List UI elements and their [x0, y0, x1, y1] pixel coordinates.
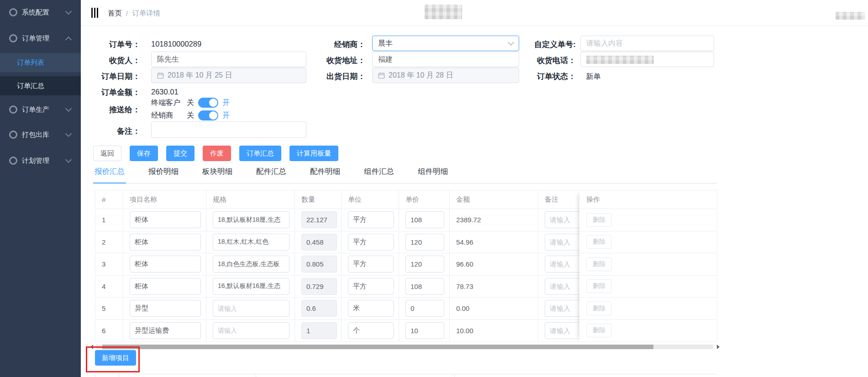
delete-button[interactable]: 删除: [586, 302, 612, 315]
push-label: 推送给：: [64, 105, 140, 115]
quantity-input[interactable]: [301, 300, 337, 317]
order-summary-button[interactable]: 订单汇总: [239, 146, 281, 161]
toggle-switch[interactable]: [198, 110, 218, 120]
breadcrumb-home[interactable]: 首页: [108, 9, 122, 18]
consignee-input[interactable]: [151, 52, 306, 67]
unit-price-input[interactable]: [405, 322, 444, 339]
tab-0[interactable]: 报价汇总: [93, 167, 126, 183]
save-button[interactable]: 保存: [130, 146, 158, 161]
spec-input[interactable]: [213, 234, 289, 251]
custom-no-input[interactable]: [580, 36, 714, 51]
tab-2[interactable]: 板块明细: [201, 167, 234, 183]
spec-input[interactable]: [213, 211, 289, 228]
spec-input[interactable]: [213, 322, 289, 339]
address-input[interactable]: [372, 52, 519, 67]
item-name-input[interactable]: [130, 300, 201, 317]
table-horizontal-scrollbar: [89, 345, 720, 350]
delete-button[interactable]: 删除: [586, 324, 612, 337]
delete-button[interactable]: 删除: [586, 213, 612, 227]
operation-cell: 删除: [579, 231, 717, 254]
unit-price-input[interactable]: [405, 234, 444, 251]
hamburger-icon[interactable]: [91, 8, 98, 18]
next-table-divider: [454, 374, 455, 377]
order-date-input[interactable]: 2018 年 10 月 25 日: [151, 68, 306, 83]
quantity-input[interactable]: [301, 234, 337, 251]
scroll-left-arrow-icon[interactable]: [90, 345, 93, 349]
operation-fixed-column: 操作 删除 删除 删除 删除 删除 删除: [579, 190, 717, 342]
col-header-unit: 单位: [342, 190, 399, 209]
order-detail-page: 系统配置 订单管理 订单列表 订单汇总 订单生产 打包出库 计划管理 首页 / …: [0, 0, 868, 377]
phone-input[interactable]: [580, 52, 714, 67]
unit-price-input[interactable]: [405, 211, 444, 228]
add-item-button[interactable]: 新增项目: [95, 350, 136, 366]
unit-input[interactable]: [348, 211, 394, 228]
tab-6[interactable]: 组件明细: [416, 167, 449, 183]
back-button[interactable]: 返回: [93, 146, 121, 161]
submit-button[interactable]: 提交: [166, 146, 195, 161]
sidebar-item-label: 订单生产: [22, 105, 49, 114]
gear-icon: [9, 157, 17, 165]
item-name-input[interactable]: [130, 234, 201, 251]
col-header-price: 单价: [399, 190, 450, 209]
sidebar-item-6[interactable]: 计划管理: [0, 151, 81, 170]
unit-input[interactable]: [348, 256, 394, 272]
phone-redacted-blur: [586, 56, 654, 64]
spec-input[interactable]: [213, 278, 289, 295]
redacted-blur-right: [836, 12, 865, 20]
unit-input[interactable]: [348, 322, 394, 339]
chevron-down-icon: [508, 39, 514, 46]
delete-button[interactable]: 删除: [586, 279, 612, 293]
unit-price-input[interactable]: [405, 300, 444, 317]
amount-value: 54.96: [456, 238, 473, 246]
operation-cell: 删除: [579, 253, 717, 276]
tab-3[interactable]: 配件汇总: [255, 167, 288, 183]
row-index: 5: [102, 304, 105, 312]
delete-button[interactable]: 删除: [586, 257, 612, 271]
toggle-switch[interactable]: [198, 98, 218, 108]
col-header-spec: 规格: [206, 190, 295, 209]
tab-4[interactable]: 配件明细: [309, 167, 342, 183]
quantity-input[interactable]: [301, 211, 337, 228]
col-header-name: 项目名称: [123, 190, 206, 209]
gear-icon: [9, 131, 17, 139]
scroll-right-arrow-icon[interactable]: [717, 345, 720, 349]
dealer-select[interactable]: 晨丰: [372, 36, 519, 51]
spec-input[interactable]: [213, 300, 289, 317]
remark-input[interactable]: [151, 121, 306, 138]
unit-input[interactable]: [348, 234, 394, 251]
tab-5[interactable]: 组件汇总: [363, 167, 395, 183]
detail-tabs: 报价汇总报价明细板块明细配件汇总配件明细组件汇总组件明细: [93, 167, 717, 183]
item-name-input[interactable]: [130, 211, 201, 228]
unit-input[interactable]: [348, 300, 394, 317]
quote-summary-table: # 项目名称 规格 数量 单位 单价 金额 备注 1 2389.72 2 54.…: [95, 190, 717, 342]
quantity-input[interactable]: [301, 256, 337, 272]
spec-input[interactable]: [213, 256, 289, 272]
order-no-value: 101810000289: [151, 40, 201, 48]
item-name-input[interactable]: [130, 322, 201, 339]
quantity-input[interactable]: [301, 278, 337, 295]
item-name-input[interactable]: [130, 256, 201, 272]
delete-button[interactable]: 删除: [586, 235, 612, 249]
operation-cell: 删除: [579, 276, 717, 298]
gear-icon: [9, 8, 17, 16]
sidebar-item-0[interactable]: 系统配置: [0, 3, 81, 22]
discard-button[interactable]: 作废: [203, 146, 231, 161]
operation-cell: 删除: [579, 320, 717, 342]
unit-input[interactable]: [348, 278, 394, 295]
calendar-icon: [378, 72, 385, 79]
amount-value: 2630.01: [151, 88, 179, 96]
ship-date-input[interactable]: 2018 年 10 月 28 日: [372, 68, 519, 83]
item-name-input[interactable]: [130, 278, 201, 295]
gear-icon: [9, 105, 17, 114]
tab-1[interactable]: 报价明细: [147, 167, 180, 183]
row-index: 3: [102, 260, 105, 268]
unit-price-input[interactable]: [405, 256, 444, 272]
unit-price-input[interactable]: [405, 278, 444, 295]
amount-label: 订单金额：: [64, 87, 140, 98]
amount-value: 2389.72: [456, 216, 481, 224]
col-header-qty: 数量: [295, 190, 342, 209]
calc-board-button[interactable]: 计算用板量: [289, 146, 338, 161]
quantity-input[interactable]: [301, 322, 337, 339]
scrollbar-thumb[interactable]: [102, 345, 653, 349]
next-table-divider: [95, 374, 95, 377]
